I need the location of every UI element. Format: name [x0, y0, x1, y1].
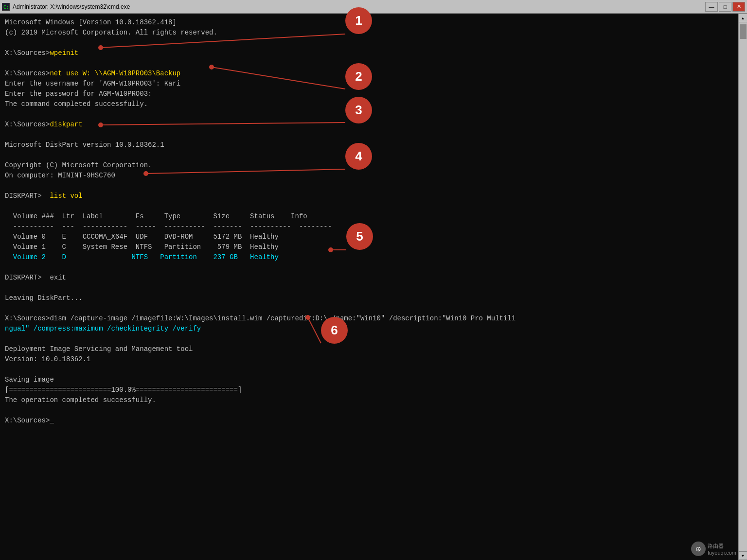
line-blank-13 — [5, 405, 733, 416]
title-bar-left: C:\ Administrator: X:\windows\system32\c… — [2, 3, 130, 11]
window-title: Administrator: X:\windows\system32\cmd.e… — [13, 3, 130, 10]
terminal-window: Microsoft Windows [Version 10.0.18362.41… — [0, 14, 738, 560]
close-button[interactable]: ✕ — [732, 2, 745, 12]
window-controls: — □ ✕ — [705, 2, 745, 12]
annotation-circle-4: 4 — [345, 143, 372, 170]
line-diskpart-exit: DISKPART> exit — [5, 273, 733, 283]
annotation-circle-5: 5 — [346, 223, 373, 250]
watermark-icon: ⊕ — [691, 542, 706, 556]
line-blank-2 — [5, 58, 733, 69]
line-wpeinit: X:\Sources>wpeinit — [5, 48, 733, 58]
scrollbar[interactable]: ▲ ▼ — [738, 14, 747, 560]
line-dism-version: Version: 10.0.18362.1 — [5, 354, 733, 365]
annotation-circle-1: 1 — [345, 7, 372, 34]
watermark-text: 路由器luyouqi.com — [708, 542, 736, 556]
line-blank-12 — [5, 365, 733, 375]
table-header: Volume ### Ltr Label Fs Type Size Status… — [5, 211, 733, 222]
line-blank-7 — [5, 201, 733, 211]
annotation-circle-6: 6 — [321, 317, 348, 344]
table-row-2: Volume 2 D NTFS Partition 237 GB Healthy — [5, 252, 733, 262]
line-blank-4 — [5, 130, 733, 140]
line-blank-11 — [5, 334, 733, 344]
line-diskpart: X:\Sources>diskpart — [5, 120, 733, 130]
line-saving: Saving image — [5, 375, 733, 385]
title-bar: C:\ Administrator: X:\windows\system32\c… — [0, 0, 747, 14]
line-dism-1: X:\Sources>dism /capture-image /imagefil… — [5, 314, 733, 324]
line-blank-10 — [5, 303, 733, 314]
line-blank-9 — [5, 283, 733, 293]
line-blank-1 — [5, 38, 733, 48]
line-copyright: (c) 2019 Microsoft Corporation. All righ… — [5, 28, 733, 38]
scroll-up-arrow[interactable]: ▲ — [739, 14, 747, 22]
minimize-button[interactable]: — — [705, 2, 718, 12]
svg-text:C:\: C:\ — [3, 5, 9, 10]
line-leaving: Leaving DiskPart... — [5, 293, 733, 303]
scroll-thumb[interactable] — [740, 24, 747, 39]
line-prompt: X:\Sources>_ — [5, 416, 733, 426]
line-op-success: The operation completed successfully. — [5, 395, 733, 405]
scroll-down-arrow[interactable]: ▼ — [739, 551, 747, 560]
cmd-icon: C:\ — [2, 3, 10, 11]
annotation-circle-3: 3 — [345, 97, 372, 123]
line-password-prompt: Enter the password for AGM-W10PRO03: — [5, 89, 733, 99]
line-progress: [=========================100.0%========… — [5, 385, 733, 395]
line-dism-2: ngual" /compress:maximum /checkintegrity… — [5, 324, 733, 334]
line-dism-tool: Deployment Image Servicing and Managemen… — [5, 344, 733, 354]
line-list-vol: DISKPART> list vol — [5, 191, 733, 201]
annotation-circle-2: 2 — [345, 63, 372, 90]
line-blank-8 — [5, 262, 733, 273]
line-computer: On computer: MININT-9HSC760 — [5, 171, 733, 181]
line-blank-6 — [5, 181, 733, 191]
maximize-button[interactable]: □ — [719, 2, 731, 12]
watermark: ⊕ 路由器luyouqi.com — [691, 542, 736, 556]
